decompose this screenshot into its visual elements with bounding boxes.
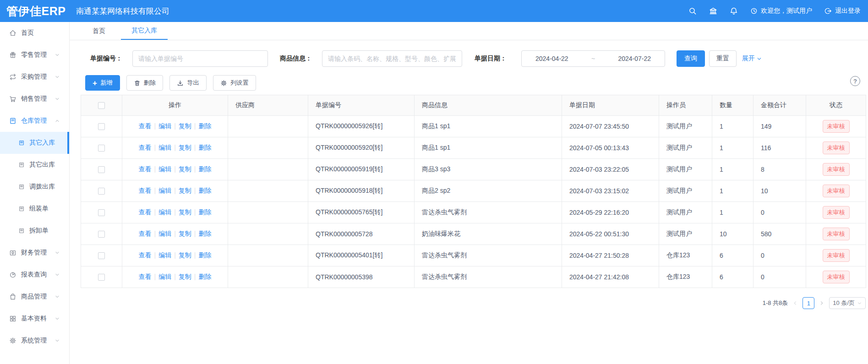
row-checkbox[interactable] (98, 166, 105, 173)
edit-link[interactable]: 编辑 (158, 187, 171, 194)
view-link[interactable]: 查看 (139, 144, 152, 151)
view-link[interactable]: 查看 (139, 230, 152, 237)
view-link[interactable]: 查看 (139, 187, 152, 194)
view-link[interactable]: 查看 (139, 208, 152, 216)
sidebar-item-label: 财务管理 (21, 249, 47, 257)
delete-link[interactable]: 删除 (198, 208, 211, 216)
edit-link[interactable]: 编辑 (158, 165, 171, 173)
page-number-1[interactable]: 1 (802, 297, 814, 309)
copy-link[interactable]: 复制 (179, 208, 191, 216)
sidebar-item-warehouse[interactable]: 仓库管理 (0, 110, 69, 132)
qty-cell: 1 (712, 159, 753, 180)
sidebar-item-basic-data[interactable]: 基本资料 (0, 308, 69, 330)
row-checkbox[interactable] (98, 231, 105, 238)
table-row: 查看|编辑|复制|删除QTRK00000005401[转]雷达杀虫气雾剂2024… (81, 245, 866, 266)
column-settings-button[interactable]: 列设置 (213, 75, 256, 91)
tab-home[interactable]: 首页 (92, 22, 106, 40)
edit-link[interactable]: 编辑 (158, 208, 171, 216)
sidebar-item-assembly-order[interactable]: 组装单 (0, 198, 69, 220)
delete-link[interactable]: 删除 (198, 273, 211, 280)
delete-link[interactable]: 删除 (198, 187, 211, 194)
view-link[interactable]: 查看 (139, 251, 152, 259)
edit-link[interactable]: 编辑 (158, 273, 171, 280)
sidebar-item-reports[interactable]: 报表查询 (0, 264, 69, 286)
expand-link[interactable]: 展开 (742, 54, 762, 63)
row-checkbox[interactable] (98, 123, 105, 130)
logout-button[interactable]: 退出登录 (824, 7, 861, 15)
row-checkbox[interactable] (98, 209, 105, 216)
export-button[interactable]: 导出 (169, 75, 207, 91)
sidebar-item-other-inbound[interactable]: 其它入库 (0, 132, 69, 154)
tab-other-inbound[interactable]: 其它入库 (121, 22, 168, 40)
bell-icon[interactable] (730, 7, 738, 15)
sidebar-item-transfer-outbound[interactable]: 调拨出库 (0, 176, 69, 198)
copy-link[interactable]: 复制 (179, 144, 191, 151)
copy-link[interactable]: 复制 (179, 251, 191, 259)
product-cell: 商品2 sp2 (415, 180, 562, 202)
qty-cell: 1 (712, 116, 753, 137)
sidebar-item-disassembly-order[interactable]: 拆卸单 (0, 220, 69, 242)
sidebar-item-sales[interactable]: 销售管理 (0, 88, 69, 110)
bank-icon[interactable] (709, 7, 717, 15)
edit-link[interactable]: 编辑 (158, 122, 171, 130)
bill-no-input[interactable] (132, 50, 268, 67)
sidebar-item-products[interactable]: 商品管理 (0, 286, 69, 308)
reset-button[interactable]: 重置 (709, 50, 737, 67)
date-range-picker[interactable]: 2024-04-22 ~ 2024-07-22 (521, 50, 665, 67)
product-cell: 商品1 sp1 (415, 137, 562, 159)
prev-page-icon[interactable] (792, 300, 798, 306)
sidebar-item-label: 其它入库 (29, 139, 55, 147)
sidebar-item-home[interactable]: 首页 (0, 22, 69, 44)
page-size-select[interactable]: 10 条/页 (829, 297, 866, 309)
delete-link[interactable]: 删除 (198, 144, 211, 151)
content: 单据编号： 商品信息： 单据日期： 2024-04-22 ~ 2024-07-2… (70, 50, 868, 309)
gear-icon (9, 337, 16, 344)
edit-link[interactable]: 编辑 (158, 251, 171, 259)
date-cell: 2024-05-29 22:16:20 (562, 202, 659, 223)
copy-link[interactable]: 复制 (179, 273, 191, 280)
sidebar-item-purchase[interactable]: 采购管理 (0, 66, 69, 88)
header-product: 商品信息 (415, 95, 562, 116)
product-info-input[interactable] (322, 50, 462, 67)
table-header-row: 操作 供应商 单据编号 商品信息 单据日期 操作员 数量 金额合计 状态 (81, 95, 866, 116)
view-link[interactable]: 查看 (139, 122, 152, 130)
delete-button[interactable]: 删除 (126, 75, 164, 91)
sidebar-item-finance[interactable]: 财务管理 (0, 242, 69, 264)
add-label: 新增 (100, 79, 113, 87)
add-button[interactable]: + 新增 (85, 75, 120, 91)
welcome-user[interactable]: 欢迎您，测试用户 (750, 7, 812, 15)
row-checkbox[interactable] (98, 188, 105, 195)
copy-link[interactable]: 复制 (179, 122, 191, 130)
search-icon[interactable] (688, 7, 697, 15)
edit-link[interactable]: 编辑 (158, 144, 171, 151)
operator-cell: 测试用户 (659, 159, 712, 180)
copy-link[interactable]: 复制 (179, 230, 191, 237)
delete-link[interactable]: 删除 (198, 122, 211, 130)
doc-sub-icon (18, 162, 25, 168)
topbar-right: 欢迎您，测试用户 退出登录 (688, 7, 868, 15)
operator-cell: 仓库123 (659, 266, 712, 288)
sidebar-item-other-outbound[interactable]: 其它出库 (0, 154, 69, 176)
table-row: 查看|编辑|复制|删除QTRK00000005728奶油味爆米花2024-05-… (81, 223, 866, 245)
edit-link[interactable]: 编辑 (158, 230, 171, 237)
sidebar-item-label: 拆卸单 (29, 227, 49, 235)
view-link[interactable]: 查看 (139, 165, 152, 173)
delete-link[interactable]: 删除 (198, 251, 211, 259)
view-link[interactable]: 查看 (139, 273, 152, 280)
next-page-icon[interactable] (819, 300, 824, 306)
chevron-down-icon (55, 338, 60, 343)
delete-link[interactable]: 删除 (198, 165, 211, 173)
sidebar-item-retail[interactable]: 零售管理 (0, 44, 69, 66)
copy-link[interactable]: 复制 (179, 165, 191, 173)
row-checkbox[interactable] (98, 252, 105, 259)
help-icon[interactable]: ? (850, 76, 860, 86)
select-all-checkbox[interactable] (98, 102, 105, 109)
delete-link[interactable]: 删除 (198, 230, 211, 237)
row-checkbox[interactable] (98, 274, 105, 281)
supplier-cell (228, 116, 308, 137)
sidebar-item-system[interactable]: 系统管理 (0, 330, 69, 352)
table-body: 查看|编辑|复制|删除QTRK00000005926[转]商品1 sp12024… (81, 116, 866, 288)
query-button[interactable]: 查询 (677, 50, 705, 67)
copy-link[interactable]: 复制 (179, 187, 191, 194)
row-checkbox[interactable] (98, 145, 105, 152)
